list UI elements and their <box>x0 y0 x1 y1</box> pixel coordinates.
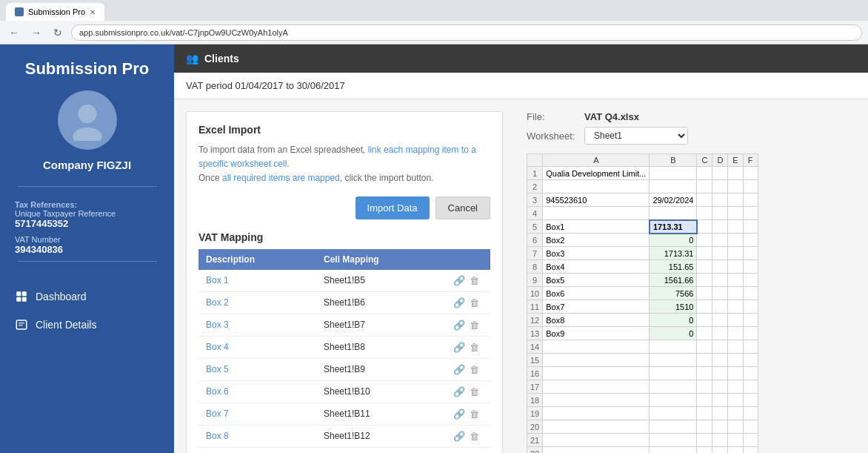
cell-b20[interactable] <box>650 420 697 434</box>
cell-f21[interactable] <box>743 434 758 447</box>
cell-f13[interactable] <box>743 327 758 340</box>
cell-a14[interactable] <box>543 340 650 354</box>
cell-a19[interactable] <box>543 407 650 420</box>
cell-f20[interactable] <box>743 420 758 434</box>
cell-f12[interactable] <box>743 314 758 327</box>
cell-b12[interactable]: 0 <box>650 314 697 327</box>
cell-c12[interactable] <box>697 314 712 327</box>
link-icon[interactable]: 🔗 <box>453 409 465 420</box>
cell-b4[interactable] <box>650 207 697 220</box>
link-icon[interactable]: 🔗 <box>453 386 465 397</box>
cell-e20[interactable] <box>728 420 743 434</box>
cell-a16[interactable] <box>543 367 650 380</box>
cell-c14[interactable] <box>697 340 712 354</box>
cell-b15[interactable] <box>650 354 697 367</box>
delete-icon[interactable]: 🗑 <box>470 386 479 397</box>
box-link[interactable]: Box 8 <box>206 431 229 441</box>
box-link[interactable]: Box 6 <box>206 386 229 397</box>
cell-f5[interactable] <box>743 220 758 234</box>
forward-button[interactable]: → <box>28 25 44 40</box>
cell-d22[interactable] <box>712 447 728 454</box>
cell-f11[interactable] <box>743 300 758 314</box>
cell-c19[interactable] <box>697 407 712 420</box>
cell-d6[interactable] <box>712 234 728 247</box>
cell-f10[interactable] <box>743 287 758 300</box>
box-link[interactable]: Box 2 <box>206 297 229 308</box>
cell-d4[interactable] <box>712 207 728 220</box>
cell-e14[interactable] <box>728 340 743 354</box>
cell-c3[interactable] <box>697 194 712 207</box>
cell-c11[interactable] <box>697 300 712 314</box>
cell-c21[interactable] <box>697 434 712 447</box>
address-bar[interactable]: app.submissionpro.co.uk/vat/-C7jnpOw9UCz… <box>71 24 862 41</box>
cell-b14[interactable] <box>650 340 697 354</box>
cell-c5[interactable] <box>697 220 712 234</box>
delete-icon[interactable]: 🗑 <box>470 431 479 442</box>
cell-b6[interactable]: 0 <box>650 234 697 247</box>
cell-c20[interactable] <box>697 420 712 434</box>
cell-f22[interactable] <box>743 447 758 454</box>
cell-a11[interactable]: Box7 <box>543 300 650 314</box>
cell-a10[interactable]: Box6 <box>543 287 650 300</box>
cell-f3[interactable] <box>743 194 758 207</box>
cell-d5[interactable] <box>712 220 728 234</box>
cell-a7[interactable]: Box3 <box>543 247 650 260</box>
cell-d10[interactable] <box>712 287 728 300</box>
cell-f18[interactable] <box>743 394 758 407</box>
cell-a13[interactable]: Box9 <box>543 327 650 340</box>
cell-c13[interactable] <box>697 327 712 340</box>
cell-a8[interactable]: Box4 <box>543 260 650 274</box>
cell-c22[interactable] <box>697 447 712 454</box>
cell-f14[interactable] <box>743 340 758 354</box>
cell-e11[interactable] <box>728 300 743 314</box>
cell-a18[interactable] <box>543 394 650 407</box>
sidebar-item-dashboard[interactable]: Dashboard <box>0 282 174 311</box>
cell-d13[interactable] <box>712 327 728 340</box>
cell-b19[interactable] <box>650 407 697 420</box>
cell-c8[interactable] <box>697 260 712 274</box>
cell-d16[interactable] <box>712 367 728 380</box>
cell-d12[interactable] <box>712 314 728 327</box>
delete-icon[interactable]: 🗑 <box>470 275 479 286</box>
cell-c9[interactable] <box>697 274 712 287</box>
delete-icon[interactable]: 🗑 <box>470 297 479 308</box>
cell-f4[interactable] <box>743 207 758 220</box>
cell-e6[interactable] <box>728 234 743 247</box>
cell-e2[interactable] <box>728 180 743 194</box>
cell-c16[interactable] <box>697 367 712 380</box>
cell-d1[interactable] <box>712 167 728 180</box>
box-link[interactable]: Box 1 <box>206 275 229 285</box>
cell-e7[interactable] <box>728 247 743 260</box>
cell-f9[interactable] <box>743 274 758 287</box>
link-icon[interactable]: 🔗 <box>453 320 465 331</box>
cell-b17[interactable] <box>650 380 697 394</box>
back-button[interactable]: ← <box>6 25 22 40</box>
cell-d17[interactable] <box>712 380 728 394</box>
cell-d18[interactable] <box>712 394 728 407</box>
cell-c18[interactable] <box>697 394 712 407</box>
cell-f7[interactable] <box>743 247 758 260</box>
cell-e19[interactable] <box>728 407 743 420</box>
delete-icon[interactable]: 🗑 <box>470 320 479 331</box>
cell-a1[interactable]: Qualia Development Limit... <box>543 167 650 180</box>
cell-a3[interactable]: 945523610 <box>543 194 650 207</box>
cell-a22[interactable] <box>543 447 650 454</box>
cell-e18[interactable] <box>728 394 743 407</box>
delete-icon[interactable]: 🗑 <box>470 409 479 420</box>
cell-b16[interactable] <box>650 367 697 380</box>
cell-b22[interactable] <box>650 447 697 454</box>
cell-e12[interactable] <box>728 314 743 327</box>
cell-d11[interactable] <box>712 300 728 314</box>
cell-f16[interactable] <box>743 367 758 380</box>
cell-e1[interactable] <box>728 167 743 180</box>
cell-b8[interactable]: 151.65 <box>650 260 697 274</box>
cell-f19[interactable] <box>743 407 758 420</box>
link-icon[interactable]: 🔗 <box>453 275 465 286</box>
cell-c10[interactable] <box>697 287 712 300</box>
cell-d9[interactable] <box>712 274 728 287</box>
sidebar-item-client-details[interactable]: Client Details <box>0 311 174 339</box>
cell-b9[interactable]: 1561.66 <box>650 274 697 287</box>
cell-c2[interactable] <box>697 180 712 194</box>
cell-b13[interactable]: 0 <box>650 327 697 340</box>
cell-d7[interactable] <box>712 247 728 260</box>
